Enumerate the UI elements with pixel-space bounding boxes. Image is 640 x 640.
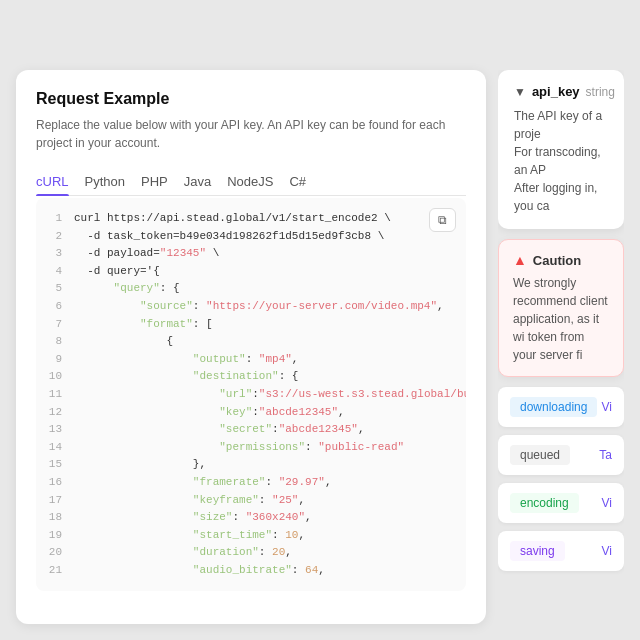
code-line: 10 "destination": {: [44, 368, 458, 386]
code-line: 7 "format": [: [44, 316, 458, 334]
code-line: 18 "size": "360x240",: [44, 509, 458, 527]
code-line: 19 "start_time": 10,: [44, 527, 458, 545]
status-badge-queued: queued: [510, 445, 570, 465]
status-row-queued: queued Ta: [498, 435, 624, 475]
status-row-downloading: downloading Vi: [498, 387, 624, 427]
status-row-encoding: encoding Vi: [498, 483, 624, 523]
code-line: 15 },: [44, 456, 458, 474]
code-line: 2 -d task_token=b49e034d198262f1d5d15ed9…: [44, 228, 458, 246]
warning-icon: ▲: [513, 252, 527, 268]
api-key-description: The API key of a proje For transcoding, …: [514, 107, 608, 215]
code-line: 4 -d query='{: [44, 263, 458, 281]
status-action-saving[interactable]: Vi: [602, 544, 612, 558]
status-action-encoding[interactable]: Vi: [602, 496, 612, 510]
tab-java[interactable]: Java: [184, 168, 211, 195]
api-key-section: ▼ api_key string The API key of a proje …: [498, 70, 624, 229]
code-line: 13 "secret":"abcde12345",: [44, 421, 458, 439]
caution-header: ▲ Caution: [513, 252, 609, 268]
code-line: 3 -d payload="12345" \: [44, 245, 458, 263]
tab-nodejs[interactable]: NodeJS: [227, 168, 273, 195]
right-panel: ▼ api_key string The API key of a proje …: [498, 70, 624, 624]
status-action-downloading[interactable]: Vi: [602, 400, 612, 414]
api-key-type: string: [586, 85, 615, 99]
tabs-container: cURL Python PHP Java NodeJS C#: [36, 168, 466, 196]
caution-title: Caution: [533, 253, 581, 268]
caution-box: ▲ Caution We strongly recommend client a…: [498, 239, 624, 377]
status-list: downloading Vi queued Ta encoding Vi sav…: [498, 387, 624, 571]
api-key-header: ▼ api_key string: [514, 84, 608, 99]
code-line: 14 "permissions": "public-read": [44, 439, 458, 457]
status-badge-encoding: encoding: [510, 493, 579, 513]
code-line: 21 "audio_bitrate": 64,: [44, 562, 458, 580]
code-line: 20 "duration": 20,: [44, 544, 458, 562]
status-action-queued[interactable]: Ta: [599, 448, 612, 462]
status-row-saving: saving Vi: [498, 531, 624, 571]
card-title: Request Example: [36, 90, 466, 108]
code-block: ⧉ 1curl https://api.stead.global/v1/star…: [36, 198, 466, 591]
code-line: 6 "source": "https://your-server.com/vid…: [44, 298, 458, 316]
tab-python[interactable]: Python: [85, 168, 125, 195]
status-badge-saving: saving: [510, 541, 565, 561]
status-badge-downloading: downloading: [510, 397, 597, 417]
code-line: 9 "output": "mp4",: [44, 351, 458, 369]
code-line: 11 "url":"s3://us-west.s3.stead.global/b…: [44, 386, 458, 404]
code-line: 12 "key":"abcde12345",: [44, 404, 458, 422]
tab-csharp[interactable]: C#: [289, 168, 306, 195]
tab-curl[interactable]: cURL: [36, 168, 69, 195]
main-layout: Request Example Replace the value below …: [0, 0, 640, 640]
code-line: 17 "keyframe": "25",: [44, 492, 458, 510]
code-line: 8 {: [44, 333, 458, 351]
copy-button[interactable]: ⧉: [429, 208, 456, 232]
code-line: 5 "query": {: [44, 280, 458, 298]
card-description: Replace the value below with your API ke…: [36, 116, 466, 152]
tab-php[interactable]: PHP: [141, 168, 168, 195]
request-card: Request Example Replace the value below …: [16, 70, 486, 624]
chevron-down-icon: ▼: [514, 85, 526, 99]
caution-text: We strongly recommend client application…: [513, 274, 609, 364]
api-key-name: api_key: [532, 84, 580, 99]
code-line: 1curl https://api.stead.global/v1/start_…: [44, 210, 458, 228]
code-line: 16 "framerate": "29.97",: [44, 474, 458, 492]
